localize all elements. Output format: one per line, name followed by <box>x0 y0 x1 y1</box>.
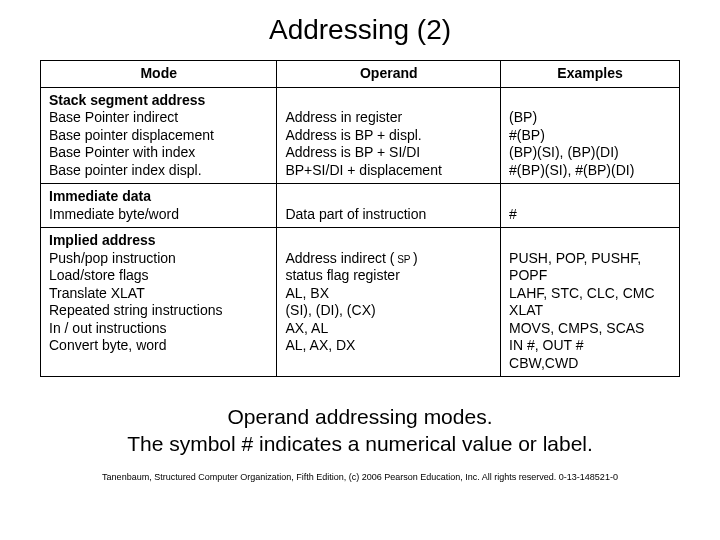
cell-examples: PUSH, POP, PUSHF, POPF LAHF, STC, CLC, C… <box>501 228 680 377</box>
section-header: Immediate data <box>49 188 151 204</box>
mode-text: Base Pointer with index <box>49 144 195 160</box>
operand-text: Data part of instruction <box>285 206 426 222</box>
copyright-text: Tanenbaum, Structured Computer Organizat… <box>40 472 680 482</box>
caption-line1: Operand addressing modes. <box>228 405 493 428</box>
example-text: CBW,CWD <box>509 355 578 371</box>
section-header: Implied address <box>49 232 156 248</box>
mode-text: In / out instructions <box>49 320 167 336</box>
example-text: IN #, OUT # <box>509 337 583 353</box>
example-text: MOVS, CMPS, SCAS <box>509 320 644 336</box>
mode-text: Immediate byte/word <box>49 206 179 222</box>
operand-text: AL, AX, DX <box>285 337 355 353</box>
operand-text: status flag register <box>285 267 399 283</box>
operand-text: (SI), (DI), (CX) <box>285 302 375 318</box>
cell-examples: (BP) #(BP) (BP)(SI), (BP)(DI) #(BP)(SI),… <box>501 87 680 184</box>
mode-text: Translate XLAT <box>49 285 145 301</box>
example-text: #(BP) <box>509 127 545 143</box>
header-operand: Operand <box>277 61 501 88</box>
mode-text: Push/pop instruction <box>49 250 176 266</box>
mode-text: Repeated string instructions <box>49 302 223 318</box>
example-text: LAHF, STC, CLC, CMC <box>509 285 654 301</box>
table-row: Stack segment address Base Pointer indir… <box>41 87 680 184</box>
operand-text: Address is BP + SI/DI <box>285 144 420 160</box>
cell-mode: Implied address Push/pop instruction Loa… <box>41 228 277 377</box>
addressing-table: Mode Operand Examples Stack segment addr… <box>40 60 680 377</box>
cell-operand: Address in register Address is BP + disp… <box>277 87 501 184</box>
header-mode: Mode <box>41 61 277 88</box>
cell-examples: # <box>501 184 680 228</box>
operand-text: Address in register <box>285 109 402 125</box>
mode-text: Base pointer index displ. <box>49 162 202 178</box>
table-row: Implied address Push/pop instruction Loa… <box>41 228 680 377</box>
cell-operand: Data part of instruction <box>277 184 501 228</box>
slide-title: Addressing (2) <box>40 14 680 46</box>
operand-text: AX, AL <box>285 320 328 336</box>
operand-text: Address is BP + displ. <box>285 127 421 143</box>
example-text: (BP) <box>509 109 537 125</box>
cell-mode: Stack segment address Base Pointer indir… <box>41 87 277 184</box>
section-header: Stack segment address <box>49 92 205 108</box>
slide: Addressing (2) Mode Operand Examples Sta… <box>0 0 720 540</box>
table-row: Immediate data Immediate byte/word Data … <box>41 184 680 228</box>
cell-mode: Immediate data Immediate byte/word <box>41 184 277 228</box>
caption-line2: The symbol # indicates a numerical value… <box>127 432 593 455</box>
mode-text: Load/store flags <box>49 267 149 283</box>
operand-text: AL, BX <box>285 285 329 301</box>
operand-text: BP+SI/DI + displacement <box>285 162 441 178</box>
example-text: XLAT <box>509 302 543 318</box>
cell-operand: Address indirect ( SP ) status flag regi… <box>277 228 501 377</box>
example-text: #(BP)(SI), #(BP)(DI) <box>509 162 634 178</box>
mode-text: Base pointer displacement <box>49 127 214 143</box>
mode-text: Base Pointer indirect <box>49 109 178 125</box>
example-text: # <box>509 206 517 222</box>
example-text: PUSH, POP, PUSHF, POPF <box>509 250 641 284</box>
mode-text: Convert byte, word <box>49 337 167 353</box>
example-text: (BP)(SI), (BP)(DI) <box>509 144 619 160</box>
header-examples: Examples <box>501 61 680 88</box>
operand-text: Address indirect ( SP ) <box>285 250 417 266</box>
table-header-row: Mode Operand Examples <box>41 61 680 88</box>
caption: Operand addressing modes. The symbol # i… <box>40 403 680 458</box>
